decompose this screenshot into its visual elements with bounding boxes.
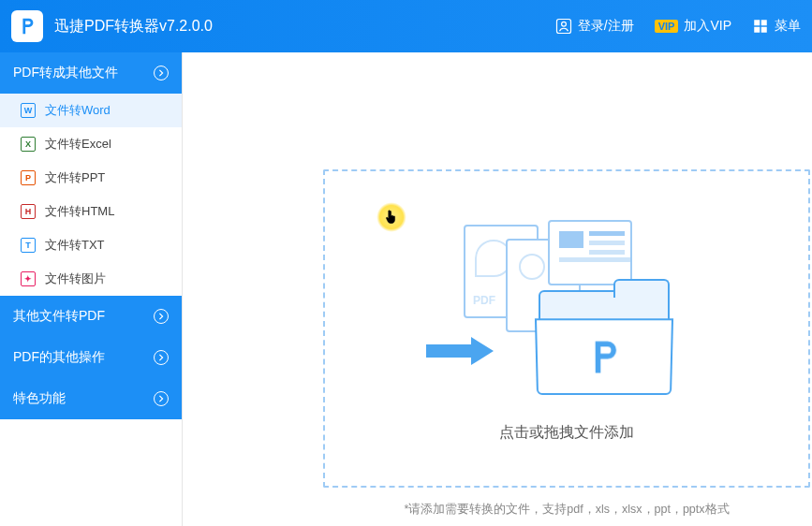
vip-badge-icon: VIP: [655, 20, 679, 33]
titlebar: 迅捷PDF转换器v7.2.0.0 登录/注册 VIP 加入VIP 菜单: [0, 0, 812, 52]
sidebar-item-to-html[interactable]: H 文件转HTML: [0, 195, 182, 228]
folder-icon: [539, 290, 670, 393]
folder-p-icon: [583, 335, 626, 377]
chevron-right-icon: [154, 309, 169, 324]
svg-rect-4: [754, 27, 760, 33]
format-hint: *请添加需要转换的文件，支持pdf，xls，xlsx，ppt，pptx格式: [323, 502, 810, 518]
sidebar: PDF转成其他文件 W 文件转Word X 文件转Excel P 文件转PPT …: [0, 52, 183, 526]
user-icon: [555, 18, 572, 35]
image-file-icon: ✦: [21, 271, 36, 286]
subitems-pdf-to-other: W 文件转Word X 文件转Excel P 文件转PPT H 文件转HTML …: [0, 94, 182, 296]
sidebar-item-label: 文件转TXT: [45, 237, 105, 254]
category-label: PDF的其他操作: [13, 349, 105, 366]
html-file-icon: H: [21, 204, 36, 219]
grid-icon: [752, 18, 769, 35]
category-pdf-other-ops[interactable]: PDF的其他操作: [0, 337, 182, 378]
logo-p-icon: [17, 16, 37, 37]
sidebar-item-to-word[interactable]: W 文件转Word: [0, 94, 182, 127]
arrow-right-icon: [426, 337, 501, 365]
menu-button[interactable]: 菜单: [752, 18, 801, 35]
sidebar-item-label: 文件转Word: [45, 102, 111, 119]
chevron-right-icon: [154, 350, 169, 365]
category-special-features[interactable]: 特色功能: [0, 378, 182, 419]
vip-label: 加入VIP: [684, 18, 731, 35]
menu-label: 菜单: [775, 18, 801, 35]
app-title: 迅捷PDF转换器v7.2.0.0: [54, 17, 213, 37]
sidebar-item-to-txt[interactable]: T 文件转TXT: [0, 228, 182, 262]
category-label: PDF转成其他文件: [13, 65, 118, 81]
dropzone-text: 点击或拖拽文件添加: [499, 423, 634, 443]
sidebar-item-label: 文件转图片: [45, 270, 106, 287]
sidebar-item-to-image[interactable]: ✦ 文件转图片: [0, 262, 182, 296]
login-register-button[interactable]: 登录/注册: [555, 18, 634, 35]
sidebar-item-label: 文件转PPT: [45, 169, 105, 186]
category-label: 其他文件转PDF: [13, 308, 105, 325]
sidebar-item-label: 文件转Excel: [45, 136, 111, 153]
text-doc-icon: [548, 220, 632, 285]
chevron-right-icon: [154, 66, 169, 80]
svg-rect-3: [761, 20, 767, 25]
excel-file-icon: X: [21, 137, 36, 152]
sidebar-item-to-ppt[interactable]: P 文件转PPT: [0, 161, 182, 195]
file-dropzone[interactable]: 点击或拖拽文件添加: [323, 169, 810, 488]
dropzone-illustration: [454, 215, 679, 402]
txt-file-icon: T: [21, 238, 36, 253]
join-vip-button[interactable]: VIP 加入VIP: [655, 18, 731, 35]
svg-rect-2: [754, 20, 760, 25]
app-logo: [11, 10, 43, 42]
word-file-icon: W: [21, 103, 36, 118]
category-pdf-to-other[interactable]: PDF转成其他文件: [0, 52, 182, 94]
category-other-to-pdf[interactable]: 其他文件转PDF: [0, 296, 182, 337]
ppt-file-icon: P: [21, 170, 36, 185]
category-label: 特色功能: [13, 390, 66, 407]
sidebar-item-to-excel[interactable]: X 文件转Excel: [0, 127, 182, 161]
svg-rect-5: [761, 27, 767, 33]
main-content: 点击或拖拽文件添加 *请添加需要转换的文件，支持pdf，xls，xlsx，ppt…: [183, 52, 812, 526]
svg-point-1: [561, 22, 566, 26]
login-label: 登录/注册: [578, 18, 634, 35]
chevron-right-icon: [154, 391, 169, 406]
sidebar-item-label: 文件转HTML: [45, 203, 114, 220]
